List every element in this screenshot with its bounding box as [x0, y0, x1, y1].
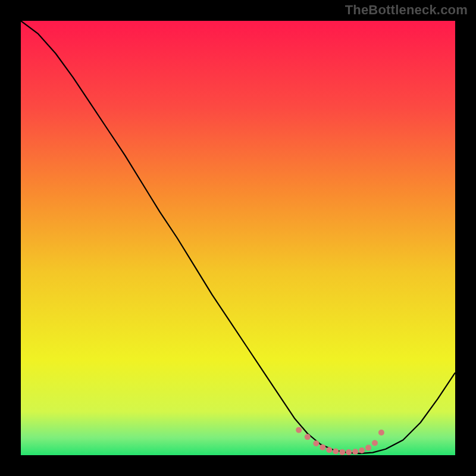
dot-optimal-band-dots	[320, 444, 325, 450]
dot-optimal-band-dots	[339, 449, 345, 455]
dot-optimal-band-dots	[365, 445, 371, 451]
dot-optimal-band-dots	[296, 427, 302, 433]
dot-optimal-band-dots	[333, 448, 339, 454]
dot-optimal-band-dots	[326, 447, 332, 453]
dot-optimal-band-dots	[305, 434, 311, 440]
dot-optimal-band-dots	[359, 447, 365, 453]
dot-optimal-band-dots	[346, 449, 352, 455]
dot-optimal-band-dots	[378, 430, 384, 436]
dot-optimal-band-dots	[313, 440, 319, 446]
chart-frame: TheBottleneck.com	[0, 0, 476, 476]
bottleneck-curve-chart	[21, 21, 455, 455]
dot-optimal-band-dots	[372, 440, 378, 446]
dot-optimal-band-dots	[352, 449, 358, 455]
watermark-label: TheBottleneck.com	[345, 2, 468, 18]
plot-area	[21, 21, 455, 455]
gradient-background	[21, 21, 455, 455]
